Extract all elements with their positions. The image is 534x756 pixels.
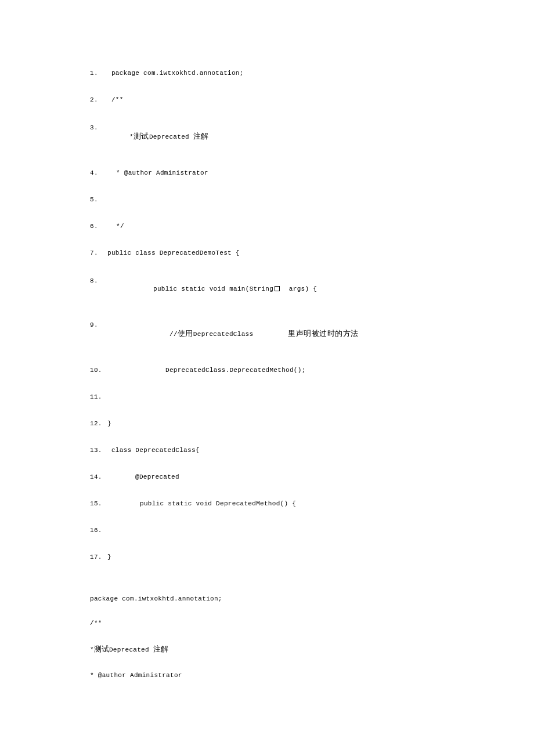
code-line: 14. @Deprecated <box>90 473 444 480</box>
line-number: 2. <box>90 96 107 103</box>
code-line: 16. <box>90 527 444 534</box>
line-content: public static void main(String args) { <box>107 276 317 301</box>
line-content: * @author Administrator <box>107 169 208 176</box>
line-number: 7. <box>90 249 107 256</box>
plain-line: /** <box>90 620 444 627</box>
code-line: 13. class DeprecatedClass{ <box>90 447 444 454</box>
plain-line: * @author Administrator <box>90 672 444 679</box>
line-number: 8. <box>90 277 107 284</box>
line-number: 3. <box>90 124 107 131</box>
code-line: 15. public static void DeprecatedMethod(… <box>90 500 444 507</box>
line-content: public class DeprecatedDemoTest { <box>107 249 240 256</box>
code-line: 4. * @author Administrator <box>90 169 444 176</box>
array-brackets-icon <box>275 286 280 291</box>
line-content: DeprecatedClass.DeprecatedMethod(); <box>107 367 306 374</box>
code-line: 10. DeprecatedClass.DeprecatedMethod(); <box>90 367 444 374</box>
code-line: 17. } <box>90 554 444 560</box>
line-number: 17. <box>90 554 107 560</box>
line-content: //使用DeprecatedClass里声明被过时的方法 <box>107 320 359 347</box>
line-content: public static void DeprecatedMethod() { <box>107 500 296 507</box>
line-content: *测试Deprecated 注解 <box>107 123 209 150</box>
code-line: 3. *测试Deprecated 注解 <box>90 123 444 150</box>
line-number: 12. <box>90 420 107 427</box>
code-line: 5. <box>90 196 444 203</box>
line-content: } <box>107 420 111 427</box>
line-number: 9. <box>90 321 107 328</box>
line-number: 5. <box>90 196 107 203</box>
line-number: 14. <box>90 473 107 480</box>
code-line: 2. /** <box>90 96 444 103</box>
line-content: @Deprecated <box>107 473 179 480</box>
line-content: */ <box>107 223 124 230</box>
code-line: 9. //使用DeprecatedClass里声明被过时的方法 <box>90 320 444 347</box>
code-line: 12. } <box>90 420 444 427</box>
plain-line: package com.iwtxokhtd.annotation; <box>90 595 444 602</box>
line-content: class DeprecatedClass{ <box>107 447 200 454</box>
code-line: 1. package com.iwtxokhtd.annotation; <box>90 70 444 77</box>
line-number: 4. <box>90 169 107 176</box>
line-content: } <box>107 554 111 560</box>
plain-line: *测试Deprecated 注解 <box>90 644 444 654</box>
code-line: 11. <box>90 393 444 400</box>
line-content: package com.iwtxokhtd.annotation; <box>107 70 244 77</box>
code-line: 7. public class DeprecatedDemoTest { <box>90 249 444 256</box>
line-number: 16. <box>90 527 107 534</box>
line-number: 15. <box>90 500 107 507</box>
plain-code-list: package com.iwtxokhtd.annotation; /** *测… <box>90 595 444 679</box>
code-line: 6. */ <box>90 223 444 230</box>
line-content: /** <box>107 96 124 103</box>
line-number: 10. <box>90 367 107 374</box>
line-number: 6. <box>90 223 107 230</box>
line-number: 11. <box>90 393 107 400</box>
line-number: 1. <box>90 70 107 77</box>
line-number: 13. <box>90 447 107 454</box>
code-line: 8. public static void main(String args) … <box>90 276 444 301</box>
numbered-code-list: 1. package com.iwtxokhtd.annotation; 2. … <box>90 70 444 560</box>
